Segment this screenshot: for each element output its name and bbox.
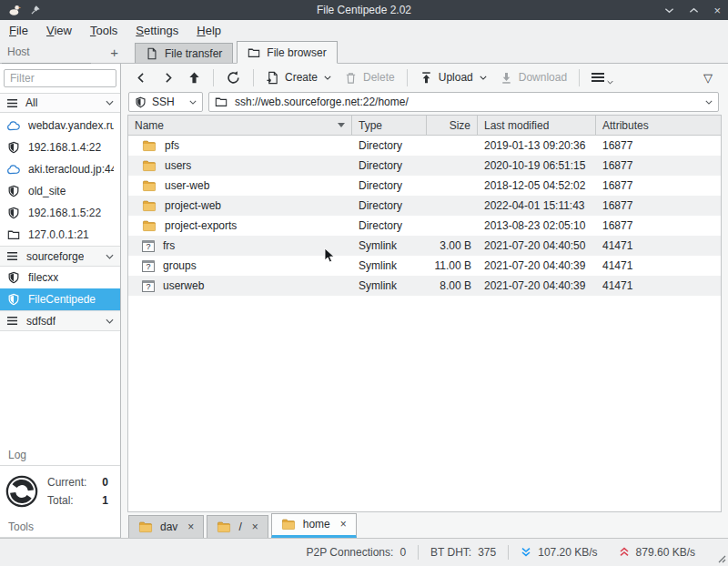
symlink-icon: ?: [142, 280, 155, 292]
file-type: Directory: [352, 179, 427, 192]
close-tab-icon[interactable]: ×: [340, 518, 347, 531]
column-header[interactable]: Last modified: [478, 116, 596, 135]
p2p-connections-label: P2P Connections:: [307, 546, 394, 559]
up-button[interactable]: [181, 68, 207, 87]
delete-button-label: Delete: [363, 71, 395, 84]
window-title: File Centipede 2.02: [0, 4, 728, 16]
path-tab[interactable]: dav ×: [128, 515, 204, 538]
column-header[interactable]: Attributes: [596, 116, 721, 135]
bt-dht-value: 375: [478, 546, 496, 559]
file-modified: 2022-04-01 15:11:43: [478, 199, 596, 212]
column-header[interactable]: Size: [427, 116, 478, 135]
upload-button[interactable]: Upload: [413, 68, 493, 87]
shield-icon: [6, 207, 20, 219]
filter-input[interactable]: [4, 69, 116, 87]
folder-icon: [281, 518, 296, 531]
close-button[interactable]: ×: [713, 5, 721, 16]
file-type: Symlink: [352, 279, 427, 292]
download-button-label: Download: [519, 71, 567, 84]
minimize-button[interactable]: [664, 7, 674, 14]
column-header-label: Last modified: [484, 119, 549, 132]
file-modified: 2019-01-13 09:20:36: [478, 139, 596, 152]
file-attributes: 16877: [596, 199, 721, 212]
table-row[interactable]: ? groups Symlink 11.00 B 2021-07-20 04:4…: [128, 256, 721, 276]
top-tab-label: File browser: [267, 46, 326, 59]
file-attributes: 16877: [596, 179, 721, 192]
create-button-label: Create: [285, 71, 318, 84]
menu-item[interactable]: Settings: [136, 24, 178, 37]
delete-button[interactable]: Delete: [338, 68, 401, 87]
menu-item[interactable]: File: [9, 24, 28, 37]
table-row[interactable]: ? pfs Directory 2019-01-13 09:20:36 1687…: [128, 136, 721, 156]
table-row[interactable]: ? frs Symlink 3.00 B 2021-07-20 04:40:50…: [128, 236, 721, 256]
host-label: aki.teracloud.jp:443: [28, 163, 114, 176]
title-bar: File Centipede 2.02 ×: [0, 0, 728, 20]
log-section-header[interactable]: Log: [0, 446, 120, 466]
sidebar-host-item[interactable]: 192.168.1.4:22: [0, 136, 120, 158]
group-icon: [6, 251, 18, 261]
sidebar-host-item[interactable]: filecxx: [0, 267, 120, 288]
protocol-dropdown[interactable]: SSH: [128, 92, 203, 112]
status-separator: [508, 545, 509, 560]
file-name: pfs: [165, 139, 179, 152]
folder-icon: [215, 96, 228, 108]
file-type: Symlink: [352, 259, 427, 272]
group-filter-dropdown[interactable]: All: [0, 93, 120, 113]
shield-icon: [6, 271, 20, 284]
group-filter-label: All: [25, 96, 98, 109]
download-button[interactable]: Download: [493, 68, 573, 87]
top-tab[interactable]: File browser: [237, 41, 337, 64]
sidebar-host-item[interactable]: 127.0.0.1:21: [0, 224, 120, 246]
table-row[interactable]: ? project-exports Directory 2013-08-23 0…: [128, 216, 721, 236]
menu-button[interactable]: [585, 69, 619, 86]
table-row[interactable]: ? userweb Symlink 8.00 B 2021-07-20 04:4…: [128, 276, 721, 296]
table-row[interactable]: ? project-web Directory 2022-04-01 15:11…: [128, 196, 721, 216]
sidebar-host-item[interactable]: webdav.yandex.ru:443: [0, 115, 120, 136]
add-host-button[interactable]: +: [106, 45, 122, 60]
file-size: 8.00 B: [427, 279, 478, 292]
forward-button[interactable]: [155, 68, 181, 87]
table-row[interactable]: ? user-web Directory 2018-12-05 04:52:02…: [128, 176, 721, 196]
filter-funnel-icon[interactable]: ▽: [697, 68, 719, 87]
create-button[interactable]: Create: [259, 68, 338, 87]
symlink-icon: ?: [142, 260, 155, 272]
tools-section-header[interactable]: Tools: [0, 518, 120, 538]
menu-item[interactable]: Tools: [90, 24, 117, 37]
close-tab-icon[interactable]: ×: [252, 521, 258, 533]
top-tab[interactable]: File transfer: [135, 43, 233, 63]
menu-item[interactable]: View: [46, 24, 72, 37]
menu-item[interactable]: Help: [197, 24, 221, 37]
main-tabs: File transfer File browser: [135, 41, 338, 63]
back-button[interactable]: [128, 68, 155, 87]
sidebar-host-item[interactable]: sourceforge: [0, 246, 120, 267]
table-row[interactable]: ? users Directory 2020-10-19 06:51:15 16…: [128, 156, 721, 176]
file-attributes: 41471: [596, 279, 721, 292]
current-label: Current:: [47, 476, 86, 489]
current-value: 0: [102, 476, 108, 489]
column-header[interactable]: Type: [352, 116, 427, 135]
sidebar-host-item[interactable]: sdfsdf: [0, 310, 120, 331]
folder-icon: [217, 521, 231, 534]
menu-bar: File View Tools Settings Help: [0, 20, 728, 41]
file-attributes: 41471: [596, 239, 721, 252]
path-tab[interactable]: / ×: [207, 515, 268, 538]
file-name: project-exports: [165, 219, 237, 232]
folder-icon: [142, 139, 157, 153]
column-header[interactable]: Name: [128, 116, 352, 135]
refresh-button[interactable]: [219, 67, 248, 88]
file-name: project-web: [165, 199, 221, 212]
address-input[interactable]: [233, 95, 700, 109]
sidebar-host-item[interactable]: FileCentipede: [0, 288, 120, 310]
sidebar-host-item[interactable]: aki.teracloud.jp:443: [0, 158, 120, 180]
top-tab-label: File transfer: [165, 47, 222, 60]
path-tab[interactable]: home ×: [271, 513, 357, 538]
sidebar-host-item[interactable]: old_site: [0, 180, 120, 202]
column-header-label: Size: [450, 119, 470, 132]
close-tab-icon[interactable]: ×: [187, 521, 194, 533]
sidebar-host-item[interactable]: 192.168.1.5:22: [0, 202, 120, 224]
chevron-down-icon[interactable]: [705, 100, 713, 105]
maximize-button[interactable]: [689, 7, 699, 14]
folder-icon: [142, 199, 157, 213]
resize-grip[interactable]: [718, 555, 726, 563]
column-header-label: Type: [359, 119, 382, 132]
